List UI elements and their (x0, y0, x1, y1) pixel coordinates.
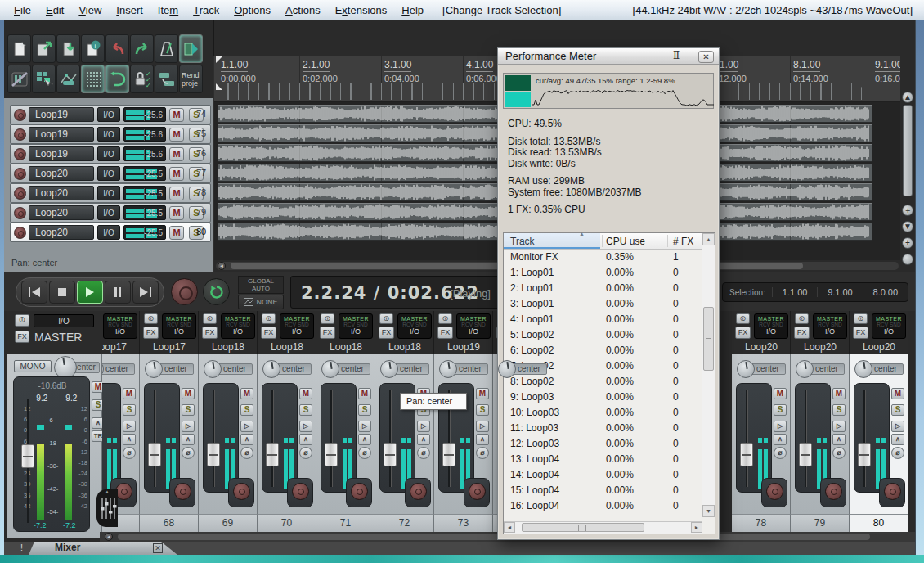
strip-env-button[interactable]: ∧ (476, 434, 489, 445)
strip-env-arm-button[interactable]: ▷ (123, 421, 136, 432)
table-row[interactable]: 14: Loop040.00%0 (504, 467, 702, 483)
io-button[interactable]: I/O (97, 166, 120, 181)
menu-extensions[interactable]: Extensions (328, 2, 395, 18)
mute-button[interactable]: M (169, 128, 184, 142)
go-to-start-button[interactable] (21, 281, 47, 304)
save-project-icon[interactable] (56, 34, 80, 63)
strip-pan-knob[interactable] (796, 360, 814, 378)
tcp-track-76[interactable]: Loop19I/O-25.6MS76 (10, 144, 211, 164)
strip-env-button[interactable]: ∧ (417, 434, 430, 445)
table-scroll-left-icon[interactable]: ◄ (504, 522, 515, 533)
strip-mute-button[interactable]: M (774, 388, 787, 399)
record-arm-icon[interactable] (14, 148, 26, 160)
strip-phase-button[interactable]: ⌀ (832, 447, 846, 459)
strip-record-arm-icon[interactable] (825, 483, 842, 500)
strip-pan-label[interactable]: center (276, 363, 312, 375)
strip-solo-button[interactable]: S (891, 404, 904, 416)
strip-pan-knob[interactable] (380, 360, 398, 378)
selection-length[interactable]: 8.0.00 (863, 287, 908, 297)
table-vscroll-thumb[interactable] (703, 307, 714, 371)
strip-io-label[interactable]: I/O (222, 327, 254, 336)
strip-env-arm-button[interactable]: ▷ (182, 421, 195, 432)
table-row[interactable]: 3: Loop010.00%0 (504, 296, 702, 312)
project-info-icon[interactable]: i (81, 34, 105, 63)
table-row[interactable]: 13: Loop040.00%0 (504, 452, 702, 467)
locking-icon[interactable]: ✓✓✓ (130, 65, 154, 93)
strip-env-arm-button[interactable]: ▷ (240, 421, 253, 432)
strip-phase-button[interactable]: ⌀ (476, 447, 489, 459)
stop-button[interactable] (49, 281, 75, 304)
mute-button[interactable]: M (169, 147, 184, 161)
strip-io-label[interactable]: I/O (814, 327, 846, 336)
tcp-track-80[interactable]: Loop20I/O-25.5MS80 (10, 223, 211, 242)
volume-box[interactable]: -25.6 (123, 127, 166, 142)
track-name[interactable]: Loop19 (29, 146, 94, 161)
strip-power-button[interactable]: ⏼ (321, 313, 334, 324)
strip-send-box[interactable]: MASTERRCV SNDI/O (162, 313, 196, 339)
strip-io-label[interactable]: I/O (280, 327, 313, 336)
strip-solo-button[interactable]: S (123, 404, 136, 416)
strip-env-button[interactable]: ∧ (832, 434, 846, 445)
menu-options[interactable]: Options (227, 2, 278, 18)
table-row[interactable]: 16: Loop040.00%0 (504, 498, 702, 514)
table-row[interactable]: 8: Loop020.00%0 (504, 374, 702, 390)
strip-env-arm-button[interactable]: ▷ (417, 421, 430, 432)
strip-send-box[interactable]: MASTERRCV SNDI/O (754, 313, 788, 339)
mixer-strip-78[interactable]: ⏼FXMASTERRCV SNDI/OLoop20centerMS▷∧⌀78 (732, 311, 791, 532)
strip-env-button[interactable]: ∧ (299, 434, 312, 445)
strip-fx-button[interactable]: FX (202, 327, 218, 339)
record-arm-icon[interactable] (14, 187, 26, 200)
strip-io-label[interactable]: I/O (104, 327, 137, 336)
mixer-strip-71[interactable]: ⏼FXMASTERRCV SNDI/OLoop18centerMS▷∧⌀71 (316, 311, 375, 532)
master-fader-cap[interactable] (21, 444, 34, 468)
volume-box[interactable]: -25.5 (123, 225, 166, 240)
new-project-icon[interactable] (7, 34, 31, 63)
strip-env-arm-button[interactable]: ▷ (891, 421, 904, 432)
strip-record-arm-icon[interactable] (884, 483, 901, 500)
record-arm-icon[interactable] (14, 109, 26, 121)
render-project-button[interactable]: Rend proje (179, 65, 203, 93)
redo-icon[interactable] (130, 34, 154, 63)
menu-track[interactable]: Track (186, 2, 227, 18)
open-project-icon[interactable] (32, 34, 56, 63)
table-hscroll-thumb[interactable] (522, 523, 644, 532)
tcp-track-75[interactable]: Loop19I/O-25.6MS75 (10, 124, 211, 144)
strip-mute-button[interactable]: M (476, 388, 489, 399)
strip-record-arm-icon[interactable] (174, 483, 191, 500)
media-item-properties-icon[interactable] (179, 34, 203, 63)
track-name[interactable]: Loop20 (29, 225, 94, 240)
strip-io-label[interactable]: I/O (457, 327, 490, 336)
io-button[interactable]: I/O (97, 225, 120, 240)
strip-send-box[interactable]: MASTERRCV SNDI/O (813, 313, 847, 339)
table-header[interactable]: Track CPU use # FX ▲ (504, 233, 702, 250)
strip-fader-cap[interactable] (207, 443, 220, 466)
io-button[interactable]: I/O (97, 186, 120, 200)
strip-pan-knob[interactable] (737, 360, 755, 378)
scroll-down-icon[interactable]: ▼ (902, 221, 913, 232)
volume-box[interactable]: -25.6 (123, 107, 166, 122)
strip-power-button[interactable]: ⏼ (262, 313, 276, 324)
selection-start[interactable]: 1.1.00 (772, 287, 817, 297)
metronome-icon[interactable] (155, 34, 178, 63)
strip-solo-button[interactable]: S (299, 404, 312, 416)
strip-pan-label[interactable]: center (334, 363, 370, 375)
strip-record-arm-icon[interactable] (115, 483, 132, 500)
menu-edit[interactable]: Edit (38, 2, 71, 18)
table-scroll-up-icon[interactable]: ▲ (702, 233, 715, 245)
strip-record-arm-icon[interactable] (233, 483, 250, 500)
strip-pan-label[interactable]: center (809, 363, 845, 375)
strip-solo-button[interactable]: S (182, 404, 195, 416)
mixer-scroll-thumb[interactable] (118, 534, 870, 540)
strip-env-button[interactable]: ∧ (774, 434, 787, 445)
strip-pan-knob[interactable] (321, 360, 339, 378)
table-row[interactable]: 17: Loop050.00%0 (504, 514, 702, 517)
tcp-track-78[interactable]: Loop20I/O-25.5MS78 (10, 183, 211, 203)
ripple-loop-icon[interactable] (105, 65, 129, 93)
tcp-track-79[interactable]: Loop20I/O-25.5MS79 (10, 203, 211, 223)
record-arm-icon[interactable] (14, 227, 26, 239)
mixer-strip-79[interactable]: ⏼FXMASTERRCV SNDI/OLoop20centerMS▷∧⌀79 (791, 311, 850, 532)
strip-power-button[interactable]: ⏼ (144, 313, 158, 324)
strip-fx-button[interactable]: FX (261, 327, 276, 339)
grid-icon[interactable] (81, 65, 105, 93)
strip-env-arm-button[interactable]: ▷ (832, 421, 846, 432)
